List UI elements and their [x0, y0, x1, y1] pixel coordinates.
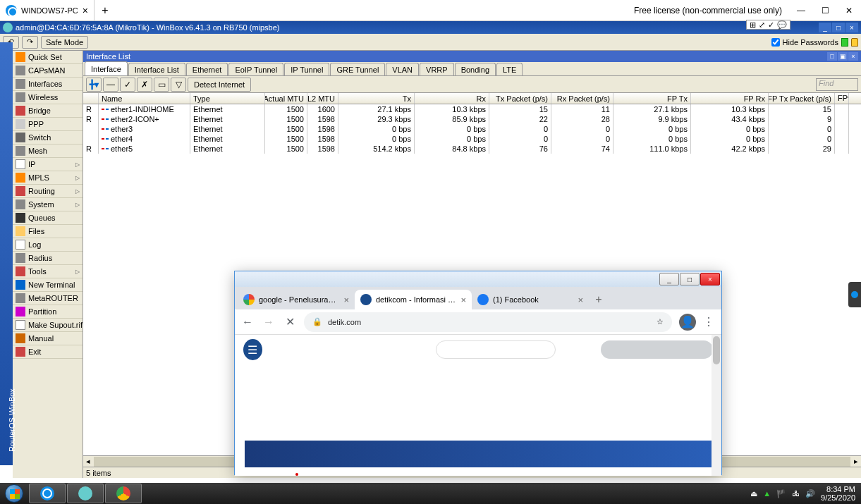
sidebar-item-queues[interactable]: Queues — [13, 211, 83, 225]
sidebar-item-tools[interactable]: Tools▷ — [13, 265, 83, 278]
sidebar-item-new-terminal[interactable]: New Terminal — [13, 278, 83, 292]
tab-ip-tunnel[interactable]: IP Tunnel — [284, 63, 329, 75]
teamviewer-toolbar[interactable]: ⊞ ⤢ ✓ 💬 — [746, 20, 790, 30]
clock[interactable]: 8:34 PM 9/25/2020 — [821, 485, 855, 502]
sidebar-item-bridge[interactable]: Bridge — [13, 104, 83, 118]
forward-button[interactable]: → — [262, 315, 276, 329]
sidebar-item-capsman[interactable]: CAPsMAN — [13, 64, 83, 78]
close-button[interactable]: × — [848, 52, 858, 61]
column-header[interactable]: Name — [99, 93, 190, 104]
tab-bonding[interactable]: Bonding — [455, 63, 496, 75]
window-menu-button[interactable]: □ — [827, 52, 837, 61]
vertical-scrollbar[interactable] — [712, 335, 721, 476]
sidebar-item-radius[interactable]: Radius — [13, 252, 83, 265]
winbox-titlebar[interactable]: admin@D4:CA:6D:76:5A:8A (MikroTik) - Win… — [0, 21, 861, 34]
maximize-button[interactable]: ☐ — [813, 0, 837, 21]
sidebar-item-interfaces[interactable]: Interfaces — [13, 78, 83, 91]
safe-mode-button[interactable]: Safe Mode — [41, 36, 88, 49]
new-tab-button[interactable]: + — [94, 4, 116, 17]
detect-internet-button[interactable]: Detect Internet — [188, 78, 251, 92]
browser-tab[interactable]: detikcom - Informasi Be× — [355, 290, 472, 309]
add-button[interactable]: ╋▾ — [86, 78, 102, 92]
column-header[interactable]: Tx Packet (p/s) — [489, 93, 551, 104]
close-button[interactable]: × — [845, 23, 858, 32]
tv-tool-icon[interactable]: ✓ — [768, 20, 774, 30]
column-header[interactable]: Actual MTU — [265, 93, 307, 104]
column-header[interactable]: L2 MTU — [307, 93, 338, 104]
sidebar-item-log[interactable]: Log — [13, 238, 83, 252]
maximize-button[interactable]: □ — [680, 273, 700, 285]
column-header[interactable]: Type — [190, 93, 265, 104]
hamburger-menu-icon[interactable]: ☰ — [243, 339, 262, 360]
sidebar-item-system[interactable]: System▷ — [13, 198, 83, 211]
table-header[interactable]: NameTypeActual MTUL2 MTUTxRxTx Packet (p… — [83, 93, 861, 104]
disable-button[interactable]: ✗ — [137, 78, 152, 92]
tray-network-icon[interactable]: 🖧 — [792, 489, 800, 498]
maximize-button[interactable]: □ — [832, 23, 845, 32]
redo-button[interactable]: ↷ — [22, 36, 38, 49]
taskbar[interactable]: ⏏ ▲ 🏴 🖧 🔊 8:34 PM 9/25/2020 — [0, 483, 861, 504]
browser-tab[interactable]: google - Penelusuran G× — [238, 290, 355, 309]
column-header[interactable]: FP Tx Packet (p/s) — [769, 93, 835, 104]
column-header[interactable]: FP Rx — [691, 93, 769, 104]
tray-icon[interactable]: ▲ — [763, 489, 771, 498]
minimize-button[interactable]: — — [789, 0, 813, 21]
table-row[interactable]: ether3Ethernet150015980 bps0 bps000 bps0… — [83, 124, 861, 134]
task-chrome[interactable] — [105, 484, 142, 503]
tv-tool-icon[interactable]: 💬 — [777, 20, 787, 30]
tab-interface[interactable]: Interface — [85, 61, 128, 75]
comment-button[interactable]: ▭ — [154, 78, 169, 92]
browser-tab[interactable]: (1) Facebook× — [472, 290, 589, 309]
chrome-titlebar[interactable]: _ □ × — [235, 271, 721, 287]
table-row[interactable]: ether4Ethernet150015980 bps0 bps000 bps0… — [83, 134, 861, 144]
sidebar-item-mpls[interactable]: MPLS▷ — [13, 171, 83, 185]
remove-button[interactable]: — — [103, 78, 118, 92]
sidebar-item-routing[interactable]: Routing▷ — [13, 185, 83, 198]
close-button[interactable]: ✕ — [837, 0, 861, 21]
sidebar-item-partition[interactable]: Partition — [13, 305, 83, 319]
tab-gre-tunnel[interactable]: GRE Tunnel — [330, 63, 385, 75]
hide-passwords-checkbox[interactable] — [771, 38, 780, 47]
sidebar-item-exit[interactable]: Exit — [13, 345, 83, 359]
minimize-button[interactable]: _ — [819, 23, 831, 32]
table-row[interactable]: Rether1-INDIHOMEEthernet1500160027.1 kbp… — [83, 104, 861, 114]
sidebar-item-mesh[interactable]: Mesh — [13, 145, 83, 158]
sidebar-item-ppp[interactable]: PPP — [13, 118, 83, 131]
tab-vrrp[interactable]: VRRP — [420, 63, 454, 75]
task-winbox[interactable] — [67, 484, 104, 503]
minimize-button[interactable]: _ — [659, 273, 679, 285]
tv-tool-icon[interactable]: ⊞ — [750, 20, 756, 30]
sidebar-item-files[interactable]: Files — [13, 225, 83, 238]
close-icon[interactable]: × — [83, 5, 88, 16]
column-header[interactable]: Rx — [415, 93, 489, 104]
close-button[interactable]: × — [700, 273, 720, 285]
sidebar-item-wireless[interactable]: Wireless — [13, 91, 83, 104]
interface-list-titlebar[interactable]: Interface List □ ▣ × — [83, 51, 861, 62]
table-row[interactable]: Rether2-ICON+Ethernet1500159829.3 kbps85… — [83, 114, 861, 124]
close-icon[interactable]: × — [578, 295, 583, 305]
column-header[interactable]: Rx Packet (p/s) — [551, 93, 613, 104]
find-input[interactable]: Find — [816, 78, 858, 91]
maximize-button[interactable]: ▣ — [838, 52, 848, 61]
tab-eoip-tunnel[interactable]: EoIP Tunnel — [228, 63, 283, 75]
star-icon[interactable]: ☆ — [657, 317, 664, 326]
tab-lte[interactable]: LTE — [496, 63, 523, 75]
tray-flag-icon[interactable]: 🏴 — [776, 489, 786, 498]
new-tab-button[interactable]: + — [589, 290, 609, 309]
sidebar-item-quick-set[interactable]: Quick Set — [13, 51, 83, 64]
tab-vlan[interactable]: VLAN — [386, 63, 419, 75]
enable-button[interactable]: ✓ — [120, 78, 135, 92]
sidebar-item-manual[interactable]: Manual — [13, 332, 83, 345]
close-icon[interactable]: × — [460, 295, 466, 305]
close-icon[interactable]: × — [343, 295, 349, 305]
chrome-window[interactable]: _ □ × google - Penelusuran G×detikcom - … — [234, 271, 722, 475]
system-tray[interactable]: ⏏ ▲ 🏴 🖧 🔊 8:34 PM 9/25/2020 — [745, 485, 861, 502]
stop-button[interactable]: ✕ — [283, 315, 297, 329]
sidebar-item-ip[interactable]: IP▷ — [13, 158, 83, 171]
column-header[interactable]: Tx — [338, 93, 415, 104]
url-bar[interactable]: 🔒 detik.com ☆ — [304, 312, 672, 332]
back-button[interactable]: ← — [240, 315, 255, 329]
start-button[interactable] — [0, 483, 28, 504]
column-header[interactable] — [83, 93, 99, 104]
tab-ethernet[interactable]: Ethernet — [186, 63, 228, 75]
